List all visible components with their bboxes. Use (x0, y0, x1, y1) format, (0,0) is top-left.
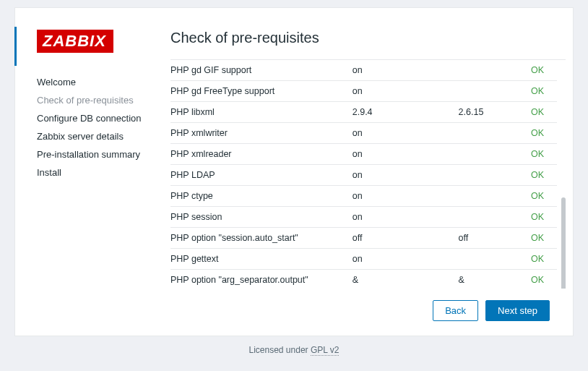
req-required (459, 123, 527, 144)
license-link[interactable]: GPL v2 (311, 345, 340, 356)
req-required (459, 81, 527, 102)
req-required (459, 207, 527, 228)
setup-card: ZABBIX WelcomeCheck of pre-requisitesCon… (14, 7, 574, 336)
req-name: PHP xmlwriter (170, 123, 353, 144)
req-current: on (353, 165, 459, 186)
req-name: PHP libxml (170, 102, 353, 123)
req-current: on (353, 249, 459, 270)
table-row: PHP gettextonOK (170, 249, 557, 270)
footer-text: Licensed under (249, 345, 311, 355)
req-current: 2.9.4 (353, 102, 459, 123)
nav-item[interactable]: Configure DB connection (37, 109, 163, 127)
req-current: on (353, 123, 459, 144)
nav-item[interactable]: Check of pre-requisites (37, 91, 163, 109)
table-row: PHP option "arg_separator.output"&&OK (170, 270, 557, 289)
table-row: PHP xmlreaderonOK (170, 144, 557, 165)
requirements-table-wrap: PHP gd GIF supportonOKPHP gd FreeType su… (170, 59, 566, 289)
table-row: PHP gd GIF supportonOK (170, 60, 557, 81)
main-panel: Check of pre-requisites PHP gd GIF suppo… (170, 8, 573, 336)
requirements-table: PHP gd GIF supportonOKPHP gd FreeType su… (170, 60, 557, 289)
req-status: OK (527, 249, 557, 270)
table-row: PHP gd FreeType supportonOK (170, 81, 557, 102)
req-required (459, 60, 527, 81)
active-indicator (14, 27, 17, 66)
req-required: & (459, 270, 527, 289)
req-name: PHP LDAP (170, 165, 353, 186)
table-row: PHP xmlwriteronOK (170, 123, 557, 144)
req-status: OK (527, 207, 557, 228)
back-button[interactable]: Back (433, 300, 478, 321)
req-required: off (459, 228, 527, 249)
req-status: OK (527, 81, 557, 102)
req-current: on (353, 186, 459, 207)
req-status: OK (527, 102, 557, 123)
req-status: OK (527, 123, 557, 144)
req-status: OK (527, 228, 557, 249)
page-title: Check of pre-requisites (170, 30, 566, 46)
req-required (459, 186, 527, 207)
req-status: OK (527, 270, 557, 289)
button-row: Back Next step (170, 289, 566, 321)
req-name: PHP session (170, 207, 353, 228)
req-status: OK (527, 165, 557, 186)
req-current: on (353, 60, 459, 81)
nav-item[interactable]: Welcome (37, 73, 163, 91)
req-name: PHP xmlreader (170, 144, 353, 165)
req-name: PHP gd FreeType support (170, 81, 353, 102)
req-current: on (353, 144, 459, 165)
table-row: PHP LDAPonOK (170, 165, 557, 186)
req-current: on (353, 207, 459, 228)
req-current: & (353, 270, 459, 289)
req-status: OK (527, 186, 557, 207)
logo: ZABBIX (37, 30, 113, 53)
req-name: PHP gettext (170, 249, 353, 270)
table-row: PHP ctypeonOK (170, 186, 557, 207)
req-required (459, 165, 527, 186)
nav-item[interactable]: Zabbix server details (37, 127, 163, 145)
sidebar: ZABBIX WelcomeCheck of pre-requisitesCon… (15, 8, 170, 336)
req-current: on (353, 81, 459, 102)
req-status: OK (527, 60, 557, 81)
table-row: PHP libxml2.9.42.6.15OK (170, 102, 557, 123)
req-required (459, 144, 527, 165)
req-name: PHP gd GIF support (170, 60, 353, 81)
nav-list: WelcomeCheck of pre-requisitesConfigure … (37, 73, 163, 182)
req-name: PHP option "arg_separator.output" (170, 270, 353, 289)
req-name: PHP ctype (170, 186, 353, 207)
table-row: PHP sessiononOK (170, 207, 557, 228)
req-status: OK (527, 144, 557, 165)
table-row: PHP option "session.auto_start"offoffOK (170, 228, 557, 249)
nav-item[interactable]: Install (37, 163, 163, 182)
footer: Licensed under GPL v2 (0, 336, 588, 364)
req-required (459, 249, 527, 270)
scrollbar-thumb[interactable] (561, 197, 566, 289)
req-required: 2.6.15 (459, 102, 527, 123)
req-current: off (353, 228, 459, 249)
next-step-button[interactable]: Next step (485, 300, 550, 321)
req-name: PHP option "session.auto_start" (170, 228, 353, 249)
nav-item[interactable]: Pre-installation summary (37, 145, 163, 163)
